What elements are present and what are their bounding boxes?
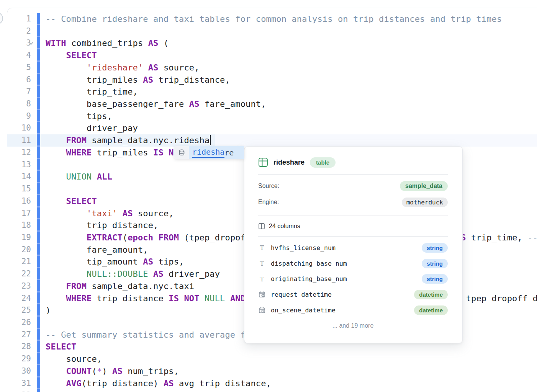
datetime-type-icon xyxy=(259,307,265,314)
datetime-type-icon xyxy=(259,291,265,298)
table-info-panel: rideshare table Source: sample_data Engi… xyxy=(244,146,463,343)
table-info-header: rideshare table xyxy=(258,157,448,168)
divider xyxy=(258,236,448,237)
string-type-icon: T xyxy=(260,244,264,252)
autocomplete-rest-text: re xyxy=(224,148,234,157)
code-line[interactable]: SELECT xyxy=(46,49,537,62)
source-label: Source: xyxy=(258,183,279,189)
code-line[interactable]: AVG(trip_distance) AS avg_trip_distance, xyxy=(46,377,537,390)
code-line[interactable]: base_passenger_fare AS fare_amount, xyxy=(46,98,537,110)
edge-circle-decoration[interactable] xyxy=(0,12,3,24)
column-type-badge: string xyxy=(422,243,448,253)
column-row: on_scene_datetimedatetime xyxy=(258,302,448,318)
column-row: Thvfhs_license_numstring xyxy=(258,240,448,256)
code-line[interactable]: tips, xyxy=(46,110,537,122)
database-icon xyxy=(174,146,189,159)
columns-count: 24 columns xyxy=(269,223,300,230)
code-line[interactable] xyxy=(46,25,537,38)
column-row: Tdispatching_base_numstring xyxy=(258,256,448,271)
text-cursor xyxy=(210,135,211,145)
source-value-badge: sample_data xyxy=(400,181,448,191)
engine-label: Engine: xyxy=(258,199,279,206)
more-columns-note: ... and 19 more xyxy=(258,322,448,334)
code-line[interactable]: WITH combined_trips AS ( xyxy=(46,37,537,49)
column-type-badge: string xyxy=(422,259,448,268)
column-name: dispatching_base_num xyxy=(271,260,422,267)
column-name: hvfhs_license_num xyxy=(271,244,422,252)
code-line[interactable]: COUNT(*) AS num_trips, xyxy=(46,365,537,377)
autocomplete-popup[interactable]: rideshare xyxy=(174,146,244,159)
column-type-badge: datetime xyxy=(414,305,448,315)
table-type-badge: table xyxy=(310,157,336,168)
column-name: request_datetime xyxy=(271,291,414,298)
column-name: on_scene_datetime xyxy=(271,307,414,314)
engine-row: Engine: motherduck xyxy=(258,194,448,210)
code-line[interactable]: driver_pay xyxy=(46,122,537,134)
table-icon xyxy=(258,157,268,167)
column-type-badge: string xyxy=(422,274,448,284)
column-name: originating_base_num xyxy=(271,275,422,283)
code-line[interactable]: source, xyxy=(46,353,537,365)
code-line[interactable]: AVG(trip_time) AS avg_trip_time, xyxy=(46,389,537,392)
code-line[interactable]: FROM sample_data.nyc.ridesha xyxy=(46,134,537,147)
code-line[interactable]: trip_miles AS trip_distance, xyxy=(46,74,537,86)
engine-value-badge: motherduck xyxy=(402,198,448,207)
divider xyxy=(258,174,448,175)
string-type-icon: T xyxy=(260,275,264,283)
code-line[interactable]: 'rideshare' AS source, xyxy=(46,62,537,74)
column-row: request_datetimedatetime xyxy=(258,287,448,302)
table-name: rideshare xyxy=(273,158,305,167)
column-type-badge: datetime xyxy=(414,290,448,299)
code-line[interactable]: -- Combine rideshare and taxi tables for… xyxy=(46,13,537,25)
columns-count-row: 24 columns xyxy=(258,216,448,236)
autocomplete-option-rideshare[interactable]: rideshare xyxy=(189,146,244,159)
code-line[interactable]: trip_time, xyxy=(46,86,537,98)
sql-editor-screen: 1234567891011121314151617181920212223242… xyxy=(0,0,537,392)
autocomplete-match-text: ridesha xyxy=(192,147,224,158)
source-row: Source: sample_data xyxy=(258,178,448,194)
columns-icon xyxy=(258,223,265,230)
column-row: Toriginating_base_numstring xyxy=(258,271,448,287)
string-type-icon: T xyxy=(260,260,264,267)
